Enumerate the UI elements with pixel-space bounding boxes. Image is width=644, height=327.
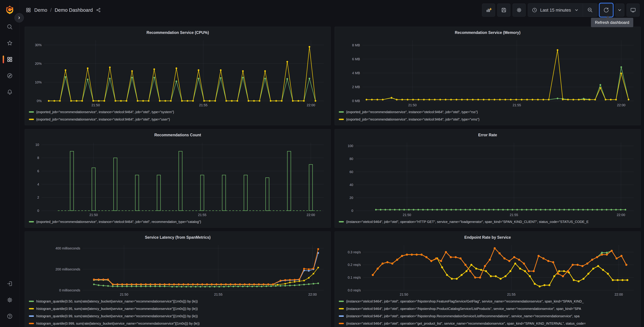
legend-item[interactable]: histogram_quantile(0.50, sum(rate(latenc… bbox=[29, 298, 328, 305]
svg-text:2: 2 bbox=[37, 196, 39, 199]
svg-text:22:00: 22:00 bbox=[308, 292, 317, 296]
legend-item[interactable]: {exported_job="recommendationservice", i… bbox=[29, 108, 328, 116]
legend-series-swatch bbox=[29, 316, 34, 317]
sidebar-item-search[interactable] bbox=[0, 24, 19, 30]
expand-menu-button[interactable] bbox=[14, 13, 24, 22]
legend-item[interactable]: {instance="otelcol:9464", job="otel", op… bbox=[339, 312, 638, 320]
time-range-label: Last 15 minutes bbox=[540, 8, 571, 13]
dashboard-toolbar: Last 15 minutes bbox=[482, 3, 644, 17]
svg-text:0 MB: 0 MB bbox=[352, 99, 360, 103]
svg-text:21:55: 21:55 bbox=[512, 103, 521, 107]
svg-text:30%: 30% bbox=[35, 43, 42, 47]
grafana-logo[interactable] bbox=[6, 5, 14, 14]
sidebar-item-sign-in[interactable] bbox=[0, 280, 19, 287]
legend-series-swatch bbox=[29, 301, 34, 302]
legend-series-swatch bbox=[29, 221, 34, 222]
sidebar-item-starred[interactable] bbox=[0, 40, 19, 46]
sidebar-item-help[interactable] bbox=[0, 313, 19, 320]
svg-text:21:50: 21:50 bbox=[89, 213, 98, 217]
legend-item[interactable]: {instance="otelcol:9464", job="otel", op… bbox=[339, 298, 638, 305]
svg-text:22:00: 22:00 bbox=[306, 213, 315, 217]
panel-legend: {instance="otelcol:9464", job="otel", op… bbox=[337, 298, 638, 327]
sidebar-item-explore[interactable] bbox=[0, 72, 19, 79]
svg-text:21:50: 21:50 bbox=[120, 292, 128, 296]
cycle-view-mode-button[interactable] bbox=[626, 4, 640, 16]
chevron-right-icon bbox=[17, 16, 21, 20]
svg-text:40: 40 bbox=[350, 183, 353, 187]
legend-series-swatch bbox=[339, 323, 344, 324]
add-panel-button[interactable] bbox=[482, 4, 495, 16]
breadcrumb-section[interactable]: Demo bbox=[34, 8, 47, 13]
refresh-dashboard-button[interactable] bbox=[600, 4, 613, 16]
panel-title[interactable]: Recommendation Service (Memory) bbox=[337, 29, 638, 36]
refresh-icon bbox=[603, 7, 609, 13]
legend-series-label: {instance="otelcol:9464", job="otel", op… bbox=[346, 322, 586, 326]
panel-latency: Service Latency (from SpanMetrics)21:502… bbox=[25, 232, 331, 327]
chart-cpu[interactable]: 21:5021:5522:000%10%20%30% bbox=[27, 36, 328, 108]
legend-series-swatch bbox=[339, 316, 344, 317]
legend-series-label: {exported_job="recommendationservice", i… bbox=[36, 118, 170, 121]
legend-series-swatch bbox=[29, 323, 34, 324]
legend-item[interactable]: {exported_job="recommendationservice", i… bbox=[339, 108, 638, 116]
sidebar-bottom-nav bbox=[0, 280, 19, 320]
legend-series-swatch bbox=[29, 308, 34, 309]
legend-item[interactable]: histogram_quantile(0.95, sum(rate(latenc… bbox=[29, 305, 328, 312]
legend-series-label: {exported_job="recommendationservice", i… bbox=[36, 110, 174, 114]
svg-text:6 MB: 6 MB bbox=[352, 57, 360, 61]
dashboard-panel-grid: Recommendation Service (CPU%)21:5021:552… bbox=[25, 27, 641, 327]
help-icon bbox=[6, 313, 13, 320]
legend-item[interactable]: {instance="otelcol:9464", job="otel", op… bbox=[339, 305, 638, 312]
chart-count[interactable]: 21:5021:5522:000246810 bbox=[27, 138, 328, 218]
svg-text:200 milliseconds: 200 milliseconds bbox=[56, 268, 80, 271]
legend-item[interactable]: histogram_quantile(0.999, sum(rate(laten… bbox=[29, 320, 328, 327]
time-range-picker[interactable]: Last 15 minutes bbox=[528, 4, 583, 16]
sidebar-item-settings[interactable] bbox=[0, 296, 19, 303]
legend-series-label: {instance="otelcol:9464", job="otel", op… bbox=[346, 300, 584, 303]
svg-text:20: 20 bbox=[350, 196, 353, 200]
breadcrumb: Demo / Demo Dashboard bbox=[19, 7, 101, 13]
panel-title[interactable]: Service Latency (from SpanMetrics) bbox=[27, 234, 328, 241]
chart-memory[interactable]: 21:5021:5522:000 MB2 MB4 MB6 MB8 MB bbox=[337, 36, 638, 108]
sidebar-item-alerting[interactable] bbox=[0, 89, 19, 95]
panel-title[interactable]: Recommendation Service (CPU%) bbox=[27, 29, 328, 36]
legend-series-swatch bbox=[29, 119, 34, 120]
svg-text:10%: 10% bbox=[35, 80, 42, 84]
refresh-interval-dropdown[interactable] bbox=[615, 4, 624, 16]
share-icon[interactable] bbox=[96, 8, 101, 12]
gear-icon bbox=[516, 7, 522, 13]
svg-text:8 MB: 8 MB bbox=[352, 43, 360, 47]
save-dashboard-button[interactable] bbox=[497, 4, 510, 16]
legend-item[interactable]: {exported_job="recommendationservice", i… bbox=[29, 218, 328, 226]
svg-text:2 MB: 2 MB bbox=[352, 85, 360, 89]
legend-series-swatch bbox=[339, 221, 344, 222]
chart-error-rate[interactable]: 21:5021:5522:00020406080100 bbox=[337, 138, 638, 218]
panel-legend: {exported_job="recommendationservice", i… bbox=[27, 218, 328, 226]
legend-item[interactable]: {instance="otelcol:9464", job="otel", op… bbox=[339, 320, 638, 327]
panel-count: Recommendations Count21:5021:5522:000246… bbox=[25, 129, 331, 228]
legend-item[interactable]: {exported_job="recommendationservice", i… bbox=[339, 116, 638, 123]
legend-series-label: histogram_quantile(0.999, sum(rate(laten… bbox=[36, 322, 200, 326]
zoom-out-time-range-button[interactable] bbox=[583, 4, 597, 16]
legend-series-label: {exported_job="recommendationservice", i… bbox=[36, 220, 201, 224]
bell-icon bbox=[6, 89, 13, 95]
legend-item[interactable]: {exported_job="recommendationservice", i… bbox=[29, 116, 328, 123]
legend-item[interactable]: {instance="otelcol:9464", job="otel", op… bbox=[339, 218, 638, 226]
svg-text:21:50: 21:50 bbox=[408, 103, 416, 107]
panel-title[interactable]: Endpoint Rate by Service bbox=[337, 234, 638, 241]
panel-cpu: Recommendation Service (CPU%)21:5021:552… bbox=[25, 27, 331, 125]
svg-text:21:50: 21:50 bbox=[403, 213, 411, 217]
panel-title[interactable]: Error Rate bbox=[337, 132, 638, 138]
sidebar-item-dashboards[interactable] bbox=[0, 56, 19, 63]
panel-title[interactable]: Recommendations Count bbox=[27, 132, 328, 138]
svg-text:22:00: 22:00 bbox=[617, 213, 625, 217]
breadcrumb-page-title[interactable]: Demo Dashboard bbox=[54, 8, 93, 13]
dashboard-settings-button[interactable] bbox=[512, 4, 526, 16]
legend-series-swatch bbox=[339, 119, 344, 120]
svg-text:21:55: 21:55 bbox=[507, 292, 516, 296]
svg-text:0: 0 bbox=[352, 209, 353, 212]
chart-endpoint-rate[interactable]: 21:5021:5522:000.0 req/s0.1 req/s0.2 req… bbox=[337, 241, 638, 298]
legend-item[interactable]: histogram_quantile(0.99, sum(rate(latenc… bbox=[29, 312, 328, 320]
chart-latency[interactable]: 21:5021:5522:000 milliseconds200 millise… bbox=[27, 241, 328, 298]
chevron-down-icon bbox=[617, 7, 623, 13]
legend-series-label: {exported_job="recommendationservice", i… bbox=[346, 110, 478, 114]
